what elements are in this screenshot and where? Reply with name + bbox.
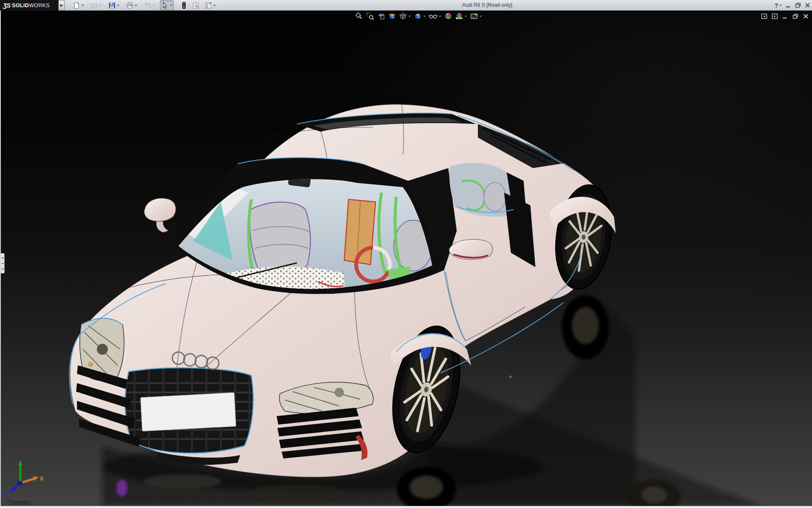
close-document-icon xyxy=(803,14,809,19)
minimize-icon xyxy=(786,3,791,8)
undo-button[interactable]: ▼ xyxy=(143,0,156,10)
reference-triad[interactable]: X Z xyxy=(3,458,44,497)
checklist-icon xyxy=(205,2,212,9)
show-pane-left-button[interactable] xyxy=(761,14,767,19)
pane-right-icon xyxy=(772,14,778,19)
front-grille xyxy=(123,366,259,459)
previous-view-button[interactable] xyxy=(376,11,386,21)
eyeglasses-icon xyxy=(428,12,438,20)
hide-show-items-button[interactable]: ▼ xyxy=(428,11,442,21)
display-style-icon xyxy=(414,12,422,20)
undo-icon xyxy=(144,2,151,9)
display-style-button[interactable]: ▼ xyxy=(413,11,426,21)
show-pane-right-button[interactable] xyxy=(772,14,778,19)
minimize-document-icon xyxy=(782,14,788,19)
zoom-to-fit-button[interactable] xyxy=(354,11,364,21)
title-bar: ƷS SOLIDWORKS ▶ ▼ ▼ xyxy=(0,0,812,11)
section-view-button[interactable] xyxy=(387,11,397,21)
save-button[interactable]: ▼ xyxy=(107,0,121,10)
solidworks-window: ƷS SOLIDWORKS ▶ ▼ ▼ xyxy=(0,0,812,508)
license-plate xyxy=(140,392,236,431)
minimize-document-button[interactable] xyxy=(782,14,788,19)
zoom-to-area-button[interactable] xyxy=(365,11,375,21)
print-icon xyxy=(126,2,134,9)
brand-name-bold: SOLID xyxy=(12,3,29,8)
print-button[interactable]: ▼ xyxy=(125,0,138,10)
pane-left-icon xyxy=(761,14,767,19)
model-audi-r8[interactable] xyxy=(1,11,812,506)
select-tool-button[interactable]: ▼ xyxy=(160,0,174,10)
brand-name-light: WORKS xyxy=(29,3,49,8)
restore-document-icon xyxy=(793,14,798,19)
help-button[interactable]: ?▼ xyxy=(775,2,782,9)
solidworks-logo: ƷS SOLIDWORKS xyxy=(0,0,58,11)
comment-button[interactable] xyxy=(191,0,200,10)
status-bar-edge xyxy=(0,506,812,508)
select-cursor-icon xyxy=(161,2,169,9)
view-orientation-label: *Dimetric xyxy=(7,499,32,506)
design-checker-button[interactable]: ▼ xyxy=(204,0,217,10)
menu-flyout-tab[interactable]: ▶ xyxy=(58,0,65,11)
restore-button[interactable] xyxy=(795,3,801,8)
restore-icon xyxy=(795,3,801,8)
apply-scene-icon xyxy=(455,12,464,20)
apply-scene-button[interactable]: ▼ xyxy=(455,11,468,21)
comment-note-icon xyxy=(192,2,200,9)
new-document-icon xyxy=(73,2,80,9)
close-button[interactable] xyxy=(805,3,810,8)
zoom-to-area-icon xyxy=(366,12,374,20)
view-settings-button[interactable]: ▼ xyxy=(469,11,483,21)
brand-mark-icon: ƷS xyxy=(3,2,10,9)
display-states-button[interactable] xyxy=(179,0,189,10)
save-icon xyxy=(108,2,116,9)
open-button[interactable]: ▼ xyxy=(90,0,103,10)
heads-up-toolbar: ▼ ▼ ▼ xyxy=(354,11,483,21)
window-title: Audi R8 S [Read-only] xyxy=(462,0,513,11)
close-document-button[interactable] xyxy=(803,14,809,19)
stoplight-icon xyxy=(180,2,188,9)
close-icon xyxy=(805,3,810,8)
previous-view-icon xyxy=(377,12,385,20)
restore-document-button[interactable] xyxy=(793,14,798,19)
appearance-sphere-icon xyxy=(444,12,453,20)
document-window-controls xyxy=(761,14,809,19)
edit-appearance-button[interactable] xyxy=(444,11,453,21)
triad-x-label: X xyxy=(40,475,44,482)
feature-pane-collapse-tab[interactable]: ◄ ◄ ◄ xyxy=(1,253,5,273)
triad-z-label: Z xyxy=(4,491,8,497)
zoom-to-fit-icon xyxy=(355,12,363,20)
section-view-icon xyxy=(388,12,396,20)
open-folder-icon xyxy=(91,2,98,9)
view-orientation-button[interactable]: ▼ xyxy=(398,11,411,21)
minimize-button[interactable] xyxy=(786,3,791,8)
view-orientation-icon xyxy=(399,12,407,20)
new-document-button[interactable]: ▼ xyxy=(72,0,85,10)
graphics-area[interactable]: ▼ ▼ ▼ xyxy=(0,11,812,506)
view-settings-icon xyxy=(470,12,478,20)
left-side-mirror xyxy=(144,198,176,232)
